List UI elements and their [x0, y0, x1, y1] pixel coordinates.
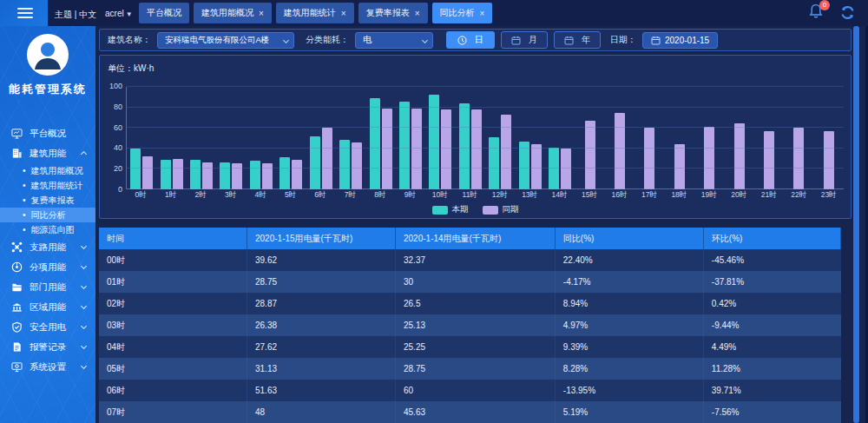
table-cell: -7.56%: [704, 401, 841, 423]
sidebar-subitem-3[interactable]: •建筑用能统计: [0, 178, 95, 193]
sidebar-item-0[interactable]: 平台概况: [0, 123, 95, 143]
bar-group-17时: [635, 87, 664, 189]
sidebar-subitem-6[interactable]: •能源流向图: [0, 222, 95, 237]
table-cell: 30: [396, 271, 556, 293]
chevron-down-icon: [81, 323, 87, 329]
chevron-down-icon: [81, 303, 87, 309]
tab-label: 复费率报表: [366, 7, 410, 19]
notification-bell-icon[interactable]: 0: [808, 3, 825, 22]
comparison-chart-panel: 单位：kW·h 020406080100 0时1时2时3时4时5时6时7时8时9…: [99, 55, 852, 219]
x-axis-tick-label: 3时: [215, 190, 245, 201]
bar-group-11时: [456, 87, 485, 189]
avatar[interactable]: [27, 34, 69, 76]
bar-group-0时: [127, 87, 156, 189]
table-header-cell: 2020-1-15用电量(千瓦时): [247, 228, 396, 249]
building-name-label: 建筑名称：: [108, 34, 151, 46]
sidebar: 能耗管理系统 平台概况建筑用能•建筑用能概况•建筑用能统计•复费率报表•同比分析…: [0, 26, 95, 423]
table-row[interactable]: 05时31.1328.758.28%11.28%: [99, 358, 841, 380]
bar-本期-9时: [399, 102, 410, 189]
sidebar-item-7[interactable]: 支路用能: [0, 237, 95, 257]
region-energy-icon: [11, 301, 23, 313]
bar-本期-8时: [370, 98, 380, 189]
vertical-scrollbar[interactable]: [852, 26, 860, 423]
table-cell: 25.25: [396, 336, 556, 358]
table-row[interactable]: 04时27.6225.259.39%4.49%: [99, 336, 841, 358]
bar-同期-12时: [501, 115, 511, 189]
sidebar-item-12[interactable]: 报警记录: [0, 337, 95, 357]
bar-group-5时: [276, 87, 306, 189]
sidebar-subitem-4[interactable]: •复费率报表: [0, 193, 95, 208]
calendar-icon: [564, 36, 574, 45]
sidebar-item-1[interactable]: 建筑用能: [0, 143, 95, 163]
sidebar-item-9[interactable]: 部门用能: [0, 277, 95, 297]
legend-item-同期[interactable]: 同期: [483, 204, 519, 215]
energy-type-value: 电: [363, 34, 372, 46]
hamburger-menu-icon[interactable]: [17, 8, 33, 18]
sidebar-item-11[interactable]: 安全用电: [0, 317, 95, 337]
bullet-icon: •: [23, 210, 26, 220]
tab-2[interactable]: 建筑用能统计×: [276, 3, 354, 23]
tab-3[interactable]: 复费率报表×: [358, 3, 428, 23]
bar-同期-16时: [615, 113, 625, 190]
sidebar-item-8[interactable]: 分项用能: [0, 257, 95, 277]
sidebar-subitem-label: 建筑用能统计: [31, 180, 83, 192]
table-cell: 25.13: [396, 314, 556, 336]
bar-group-3时: [216, 87, 246, 189]
table-cell: 0.42%: [704, 293, 841, 314]
sidebar-item-10[interactable]: 区域用能: [0, 297, 95, 317]
clock-icon: [457, 36, 467, 45]
refresh-icon[interactable]: [839, 4, 856, 21]
gridline-0: 0: [127, 188, 844, 189]
tab-label: 平台概况: [147, 7, 181, 19]
sidebar-item-13[interactable]: 系统设置: [0, 357, 95, 377]
table-row[interactable]: 00时39.6232.3722.40%-45.46%: [99, 249, 841, 271]
table-cell: 48: [247, 401, 396, 423]
table-row[interactable]: 06时51.6360-13.95%39.71%: [99, 380, 841, 401]
bar-group-22时: [784, 87, 813, 189]
sidebar-subitem-2[interactable]: •建筑用能概况: [0, 163, 95, 178]
day-granularity-button[interactable]: 日: [446, 31, 495, 49]
bar-本期-3时: [220, 162, 230, 189]
table-cell: 11.28%: [704, 358, 841, 380]
tab-bar: 平台概况建筑用能概况×建筑用能统计×复费率报表×同比分析×: [139, 3, 492, 23]
tab-close-icon[interactable]: ×: [480, 9, 485, 18]
date-picker[interactable]: 2020-01-15: [642, 32, 718, 49]
bar-group-4时: [247, 87, 276, 189]
month-granularity-button[interactable]: 月: [501, 31, 548, 49]
tab-close-icon[interactable]: ×: [341, 9, 346, 18]
table-row[interactable]: 03时26.3825.134.97%-9.44%: [99, 314, 841, 336]
bar-group-8时: [365, 87, 395, 189]
table-row[interactable]: 01时28.7530-4.17%-37.81%: [99, 271, 841, 293]
chevron-down-icon: [422, 36, 428, 43]
sidebar-item-label: 安全用电: [30, 321, 66, 334]
energy-type-select[interactable]: 电: [355, 32, 433, 49]
tab-close-icon[interactable]: ×: [415, 9, 420, 18]
chart-unit-label: 单位：kW·h: [108, 63, 154, 75]
theme-language-label[interactable]: 主题 | 中文: [55, 9, 96, 21]
user-menu[interactable]: acrel▼: [105, 9, 133, 18]
tab-4[interactable]: 同比分析×: [432, 3, 493, 23]
bar-plot: 020406080100: [126, 87, 844, 189]
building-select[interactable]: 安科瑞电气股份有限公司A楼: [157, 32, 294, 49]
x-axis-tick-label: 5时: [275, 190, 305, 201]
scrollbar-thumb[interactable]: [853, 26, 859, 423]
tab-1[interactable]: 建筑用能概况×: [194, 3, 272, 23]
sidebar-subitem-5[interactable]: •同比分析: [0, 208, 95, 222]
x-axis-tick-label: 10时: [425, 190, 455, 201]
x-axis-tick-label: 11时: [455, 190, 484, 201]
year-granularity-button[interactable]: 年: [554, 31, 601, 49]
calendar-icon: [511, 36, 521, 45]
table-row[interactable]: 07时4845.635.19%-7.56%: [99, 401, 841, 423]
tab-close-icon[interactable]: ×: [259, 9, 264, 18]
bar-group-2时: [187, 87, 216, 189]
table-row[interactable]: 02时28.8726.58.94%0.42%: [99, 293, 841, 314]
gridline-40: 40: [127, 148, 844, 149]
table-cell: -37.81%: [704, 271, 841, 293]
comparison-table: 时间2020-1-15用电量(千瓦时)2020-1-14用电量(千瓦时)同比(%…: [99, 228, 841, 423]
legend-item-本期[interactable]: 本期: [432, 204, 469, 215]
tab-0[interactable]: 平台概况: [139, 3, 189, 23]
x-axis-tick-label: 6时: [306, 190, 335, 201]
bar-group-21时: [754, 87, 784, 189]
bar-同期-22时: [793, 128, 804, 189]
filter-bar: 建筑名称： 安科瑞电气股份有限公司A楼 分类能耗： 电 日 月: [99, 29, 852, 51]
